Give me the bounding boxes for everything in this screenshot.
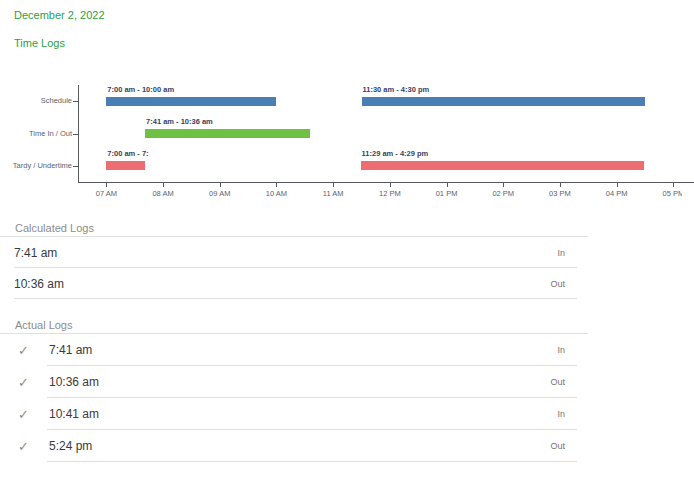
x-axis-tick xyxy=(106,182,107,187)
chart-bar[interactable] xyxy=(106,97,276,106)
log-row[interactable]: ✓7:41 amIn xyxy=(0,334,694,366)
x-tick-label: 03 PM xyxy=(549,189,571,198)
chart-bar-label: 7:00 am - 10:00 am xyxy=(107,85,174,95)
chart-bar[interactable] xyxy=(145,129,310,138)
category-label: Time In / Out xyxy=(0,129,72,139)
chart-bar-label: 11:29 am - 4:29 pm xyxy=(362,149,429,159)
actual-logs-section: Actual Logs ✓7:41 amIn✓10:36 amOut✓10:41… xyxy=(0,312,694,462)
log-row[interactable]: ✓10:41 amIn xyxy=(0,398,694,430)
time-logs-page: December 2, 2022 Time Logs ScheduleTime … xyxy=(0,0,694,477)
timeline-chart: ScheduleTime In / OutTardy / Undertime07… xyxy=(0,78,694,208)
log-row[interactable]: ✓5:24 pmOut xyxy=(0,430,694,462)
x-axis-labels: 07 AM08 AM09 AM10 AM11 AM12 PM01 PM02 PM… xyxy=(0,189,682,201)
x-tick-label: 05 PM xyxy=(663,189,683,198)
log-direction: Out xyxy=(550,279,565,289)
check-icon: ✓ xyxy=(18,343,29,358)
row-divider xyxy=(14,298,577,299)
log-direction: In xyxy=(557,409,565,419)
chart-bar[interactable] xyxy=(106,161,145,170)
date-header: December 2, 2022 xyxy=(14,9,105,21)
x-axis-line xyxy=(78,182,694,183)
y-axis-tick xyxy=(73,134,78,135)
x-axis-tick xyxy=(503,182,504,187)
x-tick-label: 02 PM xyxy=(492,189,514,198)
x-tick-label: 04 PM xyxy=(606,189,628,198)
x-tick-label: 08 AM xyxy=(152,189,173,198)
log-direction: Out xyxy=(550,441,565,451)
x-tick-label: 01 PM xyxy=(436,189,458,198)
log-row[interactable]: 10:36 amOut xyxy=(0,268,694,299)
log-time: 10:36 am xyxy=(14,277,64,291)
row-divider xyxy=(47,461,577,462)
chart-bar-label: 7:41 am - 10:36 am xyxy=(146,117,213,127)
x-axis-tick xyxy=(560,182,561,187)
log-row[interactable]: 7:41 amIn xyxy=(0,237,694,268)
check-icon: ✓ xyxy=(18,407,29,422)
log-direction: Out xyxy=(550,377,565,387)
chart-bar[interactable] xyxy=(362,97,646,106)
category-label: Schedule xyxy=(0,96,72,106)
x-tick-label: 07 AM xyxy=(96,189,117,198)
log-time: 5:24 pm xyxy=(49,439,92,453)
page-title: Time Logs xyxy=(14,37,65,49)
chart-bar[interactable] xyxy=(361,161,645,170)
log-direction: In xyxy=(557,248,565,258)
x-axis-tick xyxy=(617,182,618,187)
x-axis-tick xyxy=(390,182,391,187)
chart-bar-label: 11:30 am - 4:30 pm xyxy=(363,85,430,95)
x-axis-tick xyxy=(447,182,448,187)
actual-logs-title: Actual Logs xyxy=(15,312,694,333)
y-axis-tick xyxy=(73,101,78,102)
x-tick-label: 12 PM xyxy=(379,189,401,198)
chart-bar-label: 7:00 am - 7: xyxy=(107,149,148,159)
x-axis-tick xyxy=(333,182,334,187)
log-time: 7:41 am xyxy=(14,246,57,260)
x-tick-label: 09 AM xyxy=(209,189,230,198)
y-axis-tick xyxy=(73,166,78,167)
calculated-logs-title: Calculated Logs xyxy=(15,218,694,236)
log-time: 10:36 am xyxy=(49,375,99,389)
log-time: 10:41 am xyxy=(49,407,99,421)
check-icon: ✓ xyxy=(18,375,29,390)
x-axis-tick xyxy=(163,182,164,187)
check-icon: ✓ xyxy=(18,439,29,454)
x-axis-tick xyxy=(673,182,674,187)
y-axis-line xyxy=(78,85,79,182)
x-axis-tick xyxy=(276,182,277,187)
calculated-logs-section: Calculated Logs 7:41 amIn10:36 amOut xyxy=(0,218,694,299)
log-row[interactable]: ✓10:36 amOut xyxy=(0,366,694,398)
x-axis-tick xyxy=(220,182,221,187)
x-tick-label: 11 AM xyxy=(323,189,344,198)
calculated-logs-list: 7:41 amIn10:36 amOut xyxy=(0,237,694,299)
log-direction: In xyxy=(557,345,565,355)
log-time: 7:41 am xyxy=(49,343,92,357)
x-tick-label: 10 AM xyxy=(266,189,287,198)
actual-logs-list: ✓7:41 amIn✓10:36 amOut✓10:41 amIn✓5:24 p… xyxy=(0,334,694,462)
category-label: Tardy / Undertime xyxy=(0,161,72,171)
